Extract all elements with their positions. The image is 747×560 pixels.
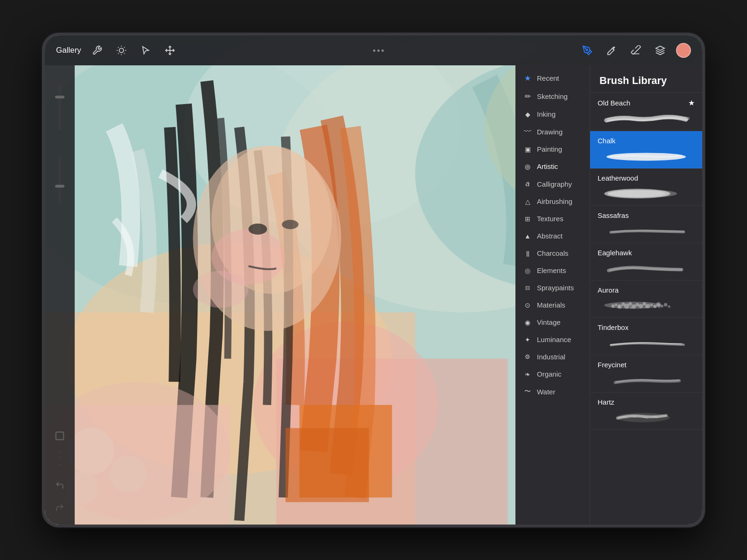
brush-name-leatherwood: Leatherwood <box>598 174 638 182</box>
category-airbrushing[interactable]: △ Airbrushing <box>515 193 590 210</box>
category-elements[interactable]: ◎ Elements <box>515 262 590 279</box>
more-options-button[interactable] <box>373 49 384 52</box>
category-inking[interactable]: ◆ Inking <box>515 105 590 123</box>
brush-stroke-sassafras <box>598 222 695 239</box>
category-luminance[interactable]: ✦ Luminance <box>515 331 590 348</box>
brush-stroke-hartz <box>598 409 695 426</box>
brush-item-sassafras[interactable]: Sassafras <box>590 206 702 243</box>
svg-line-30 <box>124 53 125 54</box>
category-textures[interactable]: ⊞ Textures <box>515 210 590 227</box>
wrench-tool-button[interactable] <box>89 42 106 59</box>
brush-item-leatherwood-header: Leatherwood <box>598 174 695 182</box>
spraypaints-icon: ⊟ <box>523 285 532 291</box>
svg-point-65 <box>653 305 657 308</box>
brush-name-freycinet: Freycinet <box>598 361 627 369</box>
svg-point-72 <box>645 306 648 308</box>
svg-point-69 <box>668 305 670 308</box>
brush-item-tinderbox[interactable]: Tinderbox <box>590 318 702 355</box>
category-drawing[interactable]: 〰 Drawing <box>515 123 590 140</box>
brush-item-eaglehawk-header: Eaglehawk <box>598 249 695 257</box>
category-abstract-label: Abstract <box>537 232 563 240</box>
painting-icon: ▣ <box>523 146 532 153</box>
selection-button[interactable] <box>137 42 154 59</box>
industrial-icon: ⚙ <box>523 353 532 360</box>
charcoals-icon: ||| <box>523 250 532 257</box>
category-recent[interactable]: ★ Recent <box>515 69 590 87</box>
brush-name-sassafras: Sassafras <box>598 211 629 219</box>
brush-stroke-leatherwood <box>598 185 695 202</box>
brush-size-slider[interactable] <box>58 84 61 131</box>
square-tool-button[interactable] <box>50 427 69 445</box>
brush-item-hartz[interactable]: Hartz <box>590 392 702 430</box>
brush-opacity-slider[interactable] <box>58 157 61 203</box>
category-spraypaints[interactable]: ⊟ Spraypaints <box>515 279 590 296</box>
brush-tool-button[interactable] <box>603 42 620 59</box>
color-picker-button[interactable] <box>676 43 691 58</box>
adjustments-button[interactable] <box>113 42 130 59</box>
brush-item-hartz-header: Hartz <box>598 398 695 406</box>
svg-point-48 <box>633 190 677 197</box>
svg-point-19 <box>193 271 248 308</box>
category-sketching[interactable]: ✏ Sketching <box>515 87 590 105</box>
category-luminance-label: Luminance <box>537 336 571 343</box>
svg-line-34 <box>124 47 125 48</box>
svg-point-58 <box>628 302 632 306</box>
svg-point-62 <box>642 302 646 306</box>
transform-button[interactable] <box>162 42 178 59</box>
category-artistic-label: Artistic <box>537 162 558 170</box>
svg-rect-23 <box>286 428 369 502</box>
brush-stroke-aurora <box>598 297 695 314</box>
brush-item-aurora[interactable]: Aurora <box>590 280 702 318</box>
svg-line-33 <box>118 53 119 54</box>
screen: Gallery <box>45 35 702 525</box>
category-industrial[interactable]: ⚙ Industrial <box>515 348 590 365</box>
category-artistic[interactable]: ◎ Artistic <box>515 158 590 175</box>
brush-item-old-beach[interactable]: Old Beach ★ <box>590 93 702 131</box>
calligraphy-icon: a <box>523 180 532 188</box>
category-materials-label: Materials <box>537 301 565 309</box>
recent-icon: ★ <box>523 74 532 83</box>
category-organic[interactable]: ❧ Organic <box>515 365 590 383</box>
svg-point-64 <box>650 303 653 306</box>
brush-item-aurora-header: Aurora <box>598 286 695 294</box>
airbrushing-icon: △ <box>523 198 532 205</box>
category-vintage[interactable]: ◉ Vintage <box>515 314 590 331</box>
pen-tool-button[interactable] <box>579 42 596 59</box>
sketching-icon: ✏ <box>523 92 532 101</box>
category-textures-label: Textures <box>537 215 564 223</box>
svg-point-53 <box>611 304 615 308</box>
svg-point-61 <box>639 304 643 308</box>
brush-item-freycinet[interactable]: Freycinet <box>590 355 702 392</box>
brush-item-tinderbox-header: Tinderbox <box>598 323 695 331</box>
svg-point-68 <box>664 303 668 307</box>
svg-point-20 <box>248 224 267 235</box>
category-materials[interactable]: ⊙ Materials <box>515 296 590 314</box>
brush-stroke-chalk <box>598 147 695 164</box>
left-sidebar <box>45 65 75 525</box>
elements-icon: ◎ <box>523 267 532 274</box>
eraser-tool-button[interactable] <box>627 42 644 59</box>
category-sketching-label: Sketching <box>537 92 568 100</box>
brush-name-aurora: Aurora <box>598 286 619 294</box>
materials-icon: ⊙ <box>523 301 532 309</box>
category-water[interactable]: 〜 Water <box>515 383 590 400</box>
category-charcoals[interactable]: ||| Charcoals <box>515 245 590 262</box>
brush-item-chalk[interactable]: Chalk <box>590 131 702 168</box>
category-airbrushing-label: Airbrushing <box>537 197 572 205</box>
category-painting[interactable]: ▣ Painting <box>515 140 590 158</box>
vintage-icon: ◉ <box>523 319 532 326</box>
brush-list: Old Beach ★ <box>590 93 702 525</box>
category-calligraphy-label: Calligraphy <box>537 180 572 188</box>
undo-button[interactable] <box>50 476 69 495</box>
category-abstract[interactable]: ▲ Abstract <box>515 227 590 245</box>
layers-button[interactable] <box>652 42 669 59</box>
brush-stroke-freycinet <box>598 371 695 388</box>
toolbar-left: Gallery <box>56 42 178 59</box>
brush-item-eaglehawk[interactable]: Eaglehawk <box>590 243 702 280</box>
panel-arrow <box>605 61 613 65</box>
redo-button[interactable] <box>50 498 69 517</box>
toolbar-center <box>373 49 384 52</box>
category-calligraphy[interactable]: a Calligraphy <box>515 175 590 193</box>
gallery-button[interactable]: Gallery <box>56 46 81 55</box>
brush-item-leatherwood[interactable]: Leatherwood <box>590 168 702 206</box>
